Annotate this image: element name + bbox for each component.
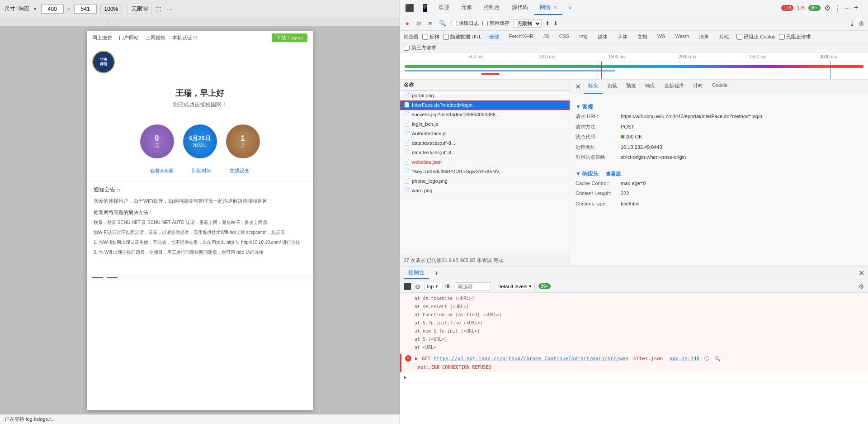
nav-portal[interactable]: 门户网站 bbox=[119, 34, 139, 41]
timeline-bar-1 bbox=[405, 65, 863, 68]
filter-btn[interactable]: ≡ bbox=[427, 19, 434, 28]
detail-tab-close[interactable]: ✕ bbox=[572, 80, 584, 94]
detail-tab-cookie[interactable]: Cookie bbox=[708, 80, 732, 94]
tab-network-close[interactable]: ✕ bbox=[553, 5, 557, 10]
console-record-btn[interactable]: ⬛ bbox=[404, 283, 411, 290]
tab-sources[interactable]: 源代码 bbox=[506, 1, 533, 15]
console-settings-btn[interactable]: ⚙ bbox=[859, 283, 864, 290]
filter-fetch-xhr[interactable]: Fetch/XHR bbox=[505, 33, 538, 41]
filter-js[interactable]: JS bbox=[539, 33, 553, 41]
network-row[interactable]: 📄 AuthInterface.js bbox=[400, 129, 570, 138]
search-console-icon[interactable]: 🔍 bbox=[714, 356, 721, 362]
file-icon: 📄 bbox=[404, 187, 410, 194]
detail-tab-response[interactable]: 响应 bbox=[641, 80, 660, 94]
blocked-cookies-checkbox[interactable] bbox=[736, 34, 742, 40]
settings-network-icon[interactable]: ⚙ bbox=[859, 20, 864, 27]
console-clear-btn[interactable]: ⊘ bbox=[415, 283, 420, 290]
detail-tab-headers[interactable]: 标头 bbox=[584, 80, 603, 94]
console-eye-btn[interactable]: 👁 bbox=[445, 283, 451, 290]
network-row[interactable]: 📄 websites.json bbox=[400, 157, 570, 167]
device-icon[interactable]: 📱 bbox=[418, 4, 432, 12]
width-input[interactable] bbox=[41, 5, 64, 14]
filter-font[interactable]: 字体 bbox=[613, 33, 632, 41]
tab-elements[interactable]: 元素 bbox=[456, 1, 477, 15]
disable-cache-checkbox[interactable] bbox=[482, 21, 488, 26]
error-link[interactable]: https://v1.hot.isdz.cn/github/Chrome-Con… bbox=[434, 356, 628, 362]
context-selector[interactable]: top ▼ bbox=[424, 283, 441, 290]
more-devtools-icon[interactable]: ··· bbox=[845, 5, 850, 12]
search-btn[interactable]: 🔍 bbox=[437, 19, 448, 28]
throttle-select[interactable]: 无限制 bbox=[513, 19, 542, 28]
detail-content: ▼ 常规 请求 URL: https://wifi.scnu.edu.cn:84… bbox=[570, 94, 868, 266]
network-row[interactable]: 📄 data:text/css;utf-8... bbox=[400, 138, 570, 148]
settings-icon[interactable]: ⚙ bbox=[824, 4, 830, 12]
height-input[interactable] bbox=[74, 5, 97, 14]
stat-devices[interactable]: 1 台 bbox=[226, 124, 260, 158]
third-party-checkbox[interactable] bbox=[404, 45, 410, 51]
add-panel-btn[interactable]: + bbox=[854, 3, 859, 13]
nav-auth[interactable]: 上网授权 bbox=[146, 34, 165, 41]
filter-all[interactable]: 全部 bbox=[485, 33, 503, 41]
label-date[interactable]: 到期时间 bbox=[192, 167, 212, 174]
add-console-tab-btn[interactable]: + bbox=[433, 269, 440, 277]
reverse-checkbox[interactable] bbox=[422, 34, 428, 40]
nav-local-auth[interactable]: 本机认证 □ bbox=[172, 34, 197, 41]
responsive-dropdown-icon[interactable]: ▼ bbox=[33, 6, 38, 11]
label-devices[interactable]: 在线设备 bbox=[230, 167, 250, 174]
app-js-link[interactable]: app.js:148 bbox=[670, 356, 699, 362]
row-filename: ?key=mKs6tJ9tiBYCALkSgwSYFiA5NV... bbox=[412, 169, 503, 174]
label-balance[interactable]: 套餐&余额 bbox=[150, 167, 173, 174]
detail-tab-initiator[interactable]: 发起程序 bbox=[660, 80, 689, 94]
network-row[interactable]: 📄 success.jsp?userIndex=39663064396... bbox=[400, 110, 570, 119]
view-source-link[interactable]: 查看源 bbox=[606, 171, 621, 176]
filter-wasm[interactable]: Wasm bbox=[671, 33, 693, 41]
detail-tab-preview[interactable]: 预览 bbox=[622, 80, 641, 94]
logout-btn[interactable]: 下线 Logout bbox=[272, 33, 307, 42]
blocked-cookies-filter: 已阻止 Cookie bbox=[736, 33, 775, 40]
save-icon[interactable]: ⤓ bbox=[849, 20, 855, 27]
zoom-btn[interactable]: 100% bbox=[100, 5, 123, 14]
marker-2500: 2500 ms bbox=[722, 54, 793, 59]
stat-balance[interactable]: 0 元 bbox=[140, 124, 174, 158]
filter-img[interactable]: Img bbox=[575, 33, 591, 41]
level-selector[interactable]: Default levels ▼ bbox=[495, 283, 535, 290]
hide-data-url-checkbox[interactable] bbox=[443, 34, 449, 40]
record-btn[interactable]: ● bbox=[404, 19, 411, 28]
console-expand-entry[interactable]: ▶ bbox=[400, 372, 868, 383]
network-row[interactable]: 📄 login_bch.js bbox=[400, 119, 570, 129]
filter-css[interactable]: CSS bbox=[555, 33, 574, 41]
screenshot-icon[interactable]: ⬚ bbox=[156, 5, 161, 13]
blocked-requests-checkbox[interactable] bbox=[779, 34, 785, 40]
network-row[interactable]: 📄 data:text/css;utf-8... bbox=[400, 148, 570, 157]
throttle-btn[interactable]: 无限制 bbox=[127, 4, 152, 14]
preserve-log-checkbox[interactable] bbox=[452, 21, 457, 26]
network-row[interactable]: 📄 portal.png bbox=[400, 91, 570, 100]
tab-welcome[interactable]: 欢迎 bbox=[433, 1, 455, 15]
network-row[interactable]: 📄 ?key=mKs6tJ9tiBYCALkSgwSYFiA5NV... bbox=[400, 167, 570, 176]
filter-media[interactable]: 媒体 bbox=[594, 33, 612, 41]
tab-console[interactable]: 控制台 bbox=[478, 1, 505, 15]
network-row[interactable]: 📄 warn.png bbox=[400, 186, 570, 195]
stop-btn[interactable]: ⊘ bbox=[415, 19, 423, 28]
filter-manifest[interactable]: 清单 bbox=[695, 33, 713, 41]
tab-network[interactable]: 网络 ✕ bbox=[534, 1, 562, 15]
filter-ws[interactable]: WS bbox=[653, 33, 670, 41]
console-tab-console[interactable]: 控制台 bbox=[404, 267, 429, 279]
detail-tab-payload[interactable]: 负载 bbox=[603, 80, 622, 94]
expand-arrow[interactable]: ▶ bbox=[415, 355, 418, 363]
more-options-icon[interactable]: ··· bbox=[167, 5, 172, 13]
console-filter-input[interactable] bbox=[455, 282, 491, 291]
close-console-btn[interactable]: ✕ bbox=[859, 269, 864, 277]
network-row[interactable]: 📄 InterFace.do?method=login bbox=[400, 100, 570, 110]
detail-tab-timing[interactable]: 计时 bbox=[689, 80, 708, 94]
network-row[interactable]: 📄 phone_logo.png bbox=[400, 176, 570, 186]
expand-indicator[interactable]: ▶ bbox=[404, 374, 407, 380]
welcome-subtitle: 您已成功连接校园网！ bbox=[94, 101, 306, 109]
nav-payment[interactable]: 网上缴费 bbox=[92, 34, 112, 41]
customize-icon[interactable]: ⋮ bbox=[834, 4, 841, 12]
filter-doc[interactable]: 文档 bbox=[633, 33, 651, 41]
filter-other[interactable]: 其他 bbox=[715, 33, 733, 41]
tab-more[interactable]: » bbox=[563, 2, 577, 14]
stat-date[interactable]: 6月25日 2022年 bbox=[183, 124, 217, 158]
inspect-icon[interactable]: ⬛ bbox=[402, 4, 417, 12]
